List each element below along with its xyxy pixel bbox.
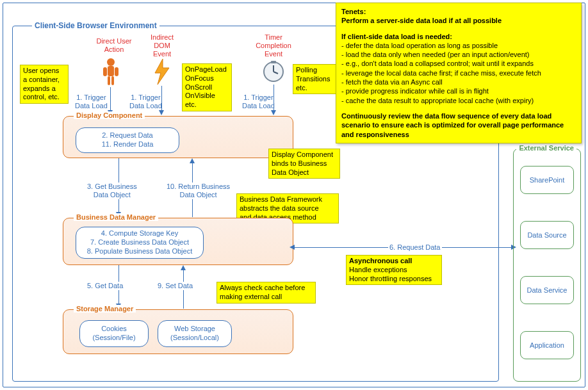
tenets-line1: Perform a server-side data load if at al… bbox=[341, 16, 576, 25]
note-user-opens: User opensa container,expands acontrol, … bbox=[20, 65, 69, 104]
ext-data-source: Data Source bbox=[520, 221, 574, 249]
tenets-b5: - fetch the data via an Async call bbox=[341, 77, 576, 86]
flow-get-bdo: 3. Get BusinessData Object bbox=[86, 183, 138, 199]
tenets-line2: If client-side data load is needed: bbox=[341, 32, 576, 41]
flow-get-data: 5. Get Data bbox=[86, 282, 124, 290]
flow-set-data: 9. Set Data bbox=[156, 282, 194, 290]
tenets-heading: Tenets: bbox=[341, 7, 576, 16]
tenets-b4: - leverage the local data cache first; i… bbox=[341, 69, 576, 77]
display-component-pill: 2. Request Data 11. Render Data bbox=[76, 127, 179, 153]
svg-rect-1 bbox=[108, 66, 114, 76]
bdm-item-3: 8. Populate Business Data Object bbox=[87, 247, 192, 256]
note-async-call: Asynchronous call Handle exceptions Hono… bbox=[346, 255, 442, 285]
display-component-title: Display Component bbox=[74, 111, 145, 119]
storage-cookies-pill: Cookies(Session/File) bbox=[79, 320, 149, 347]
flow-trigger-1c: 1. TriggerData Load bbox=[241, 93, 276, 110]
note-async-l2: Handle exceptions bbox=[349, 266, 407, 273]
external-service-title: External Service bbox=[516, 144, 576, 152]
tenets-line3: Continuously review the data flow sequen… bbox=[341, 111, 576, 139]
lightning-icon bbox=[154, 59, 170, 85]
tenets-note: Tenets: Perform a server-side data load … bbox=[336, 3, 582, 143]
clock-icon bbox=[263, 61, 284, 83]
bdm-item-1: 4. Compute Storage Key bbox=[101, 229, 178, 238]
note-display-binds: Display Componentbinds to BusinessData O… bbox=[268, 149, 340, 179]
ext-application: Application bbox=[520, 331, 574, 359]
tenets-b2: - load the data only when needed (per an… bbox=[341, 50, 576, 59]
note-check-cache: Always check cache beforemaking external… bbox=[216, 282, 316, 304]
trigger-timer-event: TimerCompletionEvent bbox=[250, 33, 297, 59]
person-icon bbox=[101, 58, 120, 86]
bdm-item-2: 7. Create Business Data Object bbox=[90, 238, 189, 247]
storage-webstorage-pill: Web Storage(Session/Local) bbox=[158, 320, 232, 347]
bdm-title: Business Data Manager bbox=[74, 213, 158, 221]
svg-point-0 bbox=[107, 58, 115, 66]
bdm-pill: 4. Compute Storage Key 7. Create Busines… bbox=[76, 227, 204, 259]
svg-marker-6 bbox=[155, 59, 169, 85]
ext-data-service: Data Service bbox=[520, 276, 574, 304]
svg-rect-2 bbox=[103, 67, 107, 76]
client-env-title: Client-Side Browser Environment bbox=[32, 21, 159, 30]
flow-trigger-1b: 1. TriggerData Load bbox=[128, 93, 163, 110]
tenets-b7: - cache the data result to appropriate l… bbox=[341, 96, 576, 105]
note-dom-events: OnPageLoadOnFocusOnScrollOnVisibleetc. bbox=[182, 63, 232, 111]
tenets-b6: - provide progress indicator while call … bbox=[341, 86, 576, 95]
svg-rect-5 bbox=[111, 76, 114, 85]
flow-trigger-1a: 1. TriggerData Load bbox=[74, 93, 109, 110]
note-async-l3: Honor throttling responses bbox=[349, 275, 432, 282]
storage-title: Storage Manager bbox=[74, 305, 136, 313]
flow-request-data: 6. Request Data bbox=[388, 243, 442, 252]
trigger-indirect-dom-event: IndirectDOMEvent bbox=[144, 33, 180, 59]
flow-return-bdo: 10. Return BusinessData Object bbox=[165, 183, 231, 199]
note-polling: PollingTransitionsetc. bbox=[293, 64, 338, 94]
tenets-b3: - e.g., don't data load a collapsed cont… bbox=[341, 59, 576, 68]
svg-rect-3 bbox=[115, 67, 118, 76]
trigger-direct-user-action: Direct UserAction bbox=[92, 37, 136, 54]
display-item-2: 11. Render Data bbox=[102, 140, 154, 149]
external-service-box: SharePoint Data Source Data Service Appl… bbox=[513, 149, 581, 382]
ext-sharepoint: SharePoint bbox=[520, 166, 574, 194]
svg-rect-10 bbox=[271, 61, 276, 63]
note-async-heading: Asynchronous call bbox=[349, 257, 412, 264]
display-item-1: 2. Request Data bbox=[102, 131, 153, 140]
tenets-b1: - defer the data load operation as long … bbox=[341, 41, 576, 50]
svg-rect-4 bbox=[108, 76, 110, 85]
